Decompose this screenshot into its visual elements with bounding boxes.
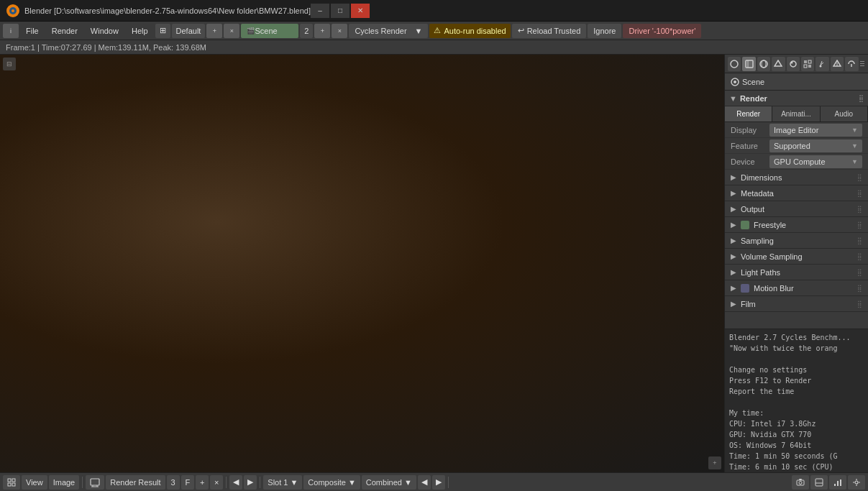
device-value-button[interactable]: GPU Compute ▼ — [769, 155, 862, 168]
info-line: Report the time — [729, 386, 864, 397]
reload-trusted-button[interactable]: ↩ Reload Trusted — [512, 24, 587, 38]
viewport-corner-menu[interactable]: ⊟ — [3, 58, 16, 70]
histogram-icon — [833, 478, 842, 487]
render-result-button[interactable]: Render Result — [106, 475, 165, 490]
display-icon-btn[interactable] — [810, 475, 828, 490]
section-label: Motion Blur — [754, 284, 794, 293]
section-item-film[interactable]: ▶ Film ⣿ — [725, 296, 868, 312]
section-drag: ⣿ — [857, 206, 862, 213]
section-label: Light Paths — [741, 268, 780, 277]
reload-label: Reload Trusted — [527, 27, 581, 35]
file-menu[interactable]: File — [20, 24, 45, 38]
panel-icon-world[interactable] — [757, 57, 770, 71]
autorun-button[interactable]: ⚠ Auto-run disabled — [429, 24, 510, 38]
prev-frame-btn[interactable]: ◀ — [229, 475, 242, 490]
feature-value-button[interactable]: Supported ▼ — [769, 139, 862, 152]
combined-button[interactable]: Combined ▼ — [362, 475, 416, 490]
section-item-output[interactable]: ▶ Output ⣿ — [725, 201, 868, 217]
frame-add-btn[interactable]: + — [196, 475, 209, 490]
panel-scroll-right[interactable] — [860, 58, 865, 70]
minimize-button[interactable]: – — [311, 4, 329, 18]
tab-audio[interactable]: Audio — [821, 106, 868, 121]
panel-icon-constraints[interactable] — [845, 57, 858, 71]
section-item-metadata[interactable]: ▶ Metadata ⣿ — [725, 185, 868, 201]
view-icon-btn[interactable] — [3, 475, 20, 490]
display-row: Display Image Editor ▼ — [725, 122, 868, 138]
histogram-icon-btn[interactable] — [829, 475, 846, 490]
frame-label-btn[interactable]: F — [181, 475, 195, 490]
frame-num-button[interactable]: 3 — [167, 475, 180, 490]
section-drag: ⣿ — [857, 190, 862, 197]
section-drag: ⣿ — [857, 269, 862, 276]
composite-arrow: ▼ — [348, 478, 356, 487]
camera-icon-btn[interactable] — [792, 475, 809, 490]
tab-render[interactable]: Render — [725, 106, 772, 121]
slot-button[interactable]: Slot 1 ▼ — [263, 475, 302, 490]
composite-button[interactable]: Composite ▼ — [303, 475, 360, 490]
info-line: My time: — [729, 408, 864, 418]
next-frame-btn[interactable]: ▶ — [244, 475, 257, 490]
display-value-button[interactable]: Image Editor ▼ — [769, 124, 862, 137]
maximize-button[interactable]: □ — [331, 4, 350, 18]
render-icon-btn[interactable] — [86, 475, 104, 490]
default-layout-button[interactable]: Default — [172, 24, 206, 38]
panel-icon-scene[interactable] — [728, 57, 741, 71]
scene-num-button[interactable]: 2 — [300, 24, 313, 38]
section-label: Output — [741, 205, 764, 214]
render-engine-button[interactable]: Cycles Render ▼ — [349, 24, 428, 38]
section-item-light-paths[interactable]: ▶ Light Paths ⣿ — [725, 265, 868, 280]
section-label: Volume Sampling — [741, 252, 803, 261]
section-drag: ⣿ — [857, 285, 862, 292]
section-drag: ⣿ — [857, 174, 862, 181]
viewport-corner-add[interactable]: + — [708, 456, 721, 469]
section-item-sampling[interactable]: ▶ Sampling ⣿ — [725, 233, 868, 249]
render-menu[interactable]: Render — [46, 24, 83, 38]
panel-icon-physics[interactable] — [831, 57, 844, 71]
panel-icon-object[interactable] — [772, 57, 785, 71]
combined-next-btn[interactable]: ▶ — [432, 475, 445, 490]
ignore-button[interactable]: Ignore — [588, 24, 621, 38]
help-menu[interactable]: Help — [126, 24, 154, 38]
frame-close-btn[interactable]: × — [210, 475, 223, 490]
section-item-freestyle[interactable]: ▶ Freestyle ⣿ — [725, 217, 868, 233]
editor-type-button[interactable]: ⊞ — [155, 24, 170, 38]
info-line: Time: 6 min 10 sec (CPU) — [729, 462, 864, 472]
section-item-volume-sampling[interactable]: ▶ Volume Sampling ⣿ — [725, 249, 868, 265]
close-button[interactable]: ✕ — [351, 4, 370, 18]
panel-icon-material[interactable] — [787, 57, 800, 71]
scene-add-button[interactable]: + — [314, 24, 330, 38]
view-button[interactable]: View — [22, 475, 47, 490]
scene-icon: 🎬 — [247, 27, 255, 35]
scene-close-button[interactable]: × — [332, 24, 347, 38]
bottom-sep-4 — [448, 477, 449, 488]
settings-icon-btn[interactable] — [848, 475, 865, 490]
scene-button[interactable]: 🎬 Scene — [241, 24, 298, 38]
svg-rect-54 — [8, 479, 11, 482]
add-screen-button[interactable]: + — [206, 24, 222, 38]
render-section-header[interactable]: ▼ Render ⣿ — [725, 91, 868, 106]
panel-icon-particles[interactable] — [816, 57, 828, 71]
section-item-motion-blur[interactable]: ▶ Motion Blur ⣿ — [725, 280, 868, 296]
svg-rect-65 — [816, 479, 823, 486]
section-label: Metadata — [741, 189, 774, 198]
info-icon-btn[interactable]: i — [3, 24, 19, 38]
panel-icon-render[interactable] — [742, 57, 755, 71]
section-item-dimensions[interactable]: ▶ Dimensions ⣿ — [725, 170, 868, 185]
svg-point-42 — [790, 61, 792, 63]
viewport[interactable]: ⊟ + — [0, 55, 724, 472]
combined-arrow-icon: ▼ — [404, 478, 412, 487]
driver-button[interactable]: Driver '-100*power' — [623, 24, 701, 38]
window-menu[interactable]: Window — [85, 24, 124, 38]
svg-point-70 — [855, 481, 858, 484]
device-arrow: ▼ — [851, 158, 858, 165]
autorun-label: Auto-run disabled — [444, 27, 506, 35]
tab-animation[interactable]: Animati... — [772, 106, 820, 121]
section-arrow: ▶ — [731, 205, 736, 213]
close-screen-button[interactable]: × — [224, 24, 239, 38]
panel-icon-texture[interactable] — [801, 57, 814, 71]
image-button[interactable]: Image — [49, 475, 80, 490]
info-panel: Blender 2.7 Cycles Benchm..."Now with tw… — [725, 329, 868, 472]
main-area: ⊟ + — [0, 55, 868, 472]
combined-prev-btn[interactable]: ◀ — [418, 475, 431, 490]
menu-bar: i File Render Window Help ⊞ Default + × … — [0, 22, 868, 40]
